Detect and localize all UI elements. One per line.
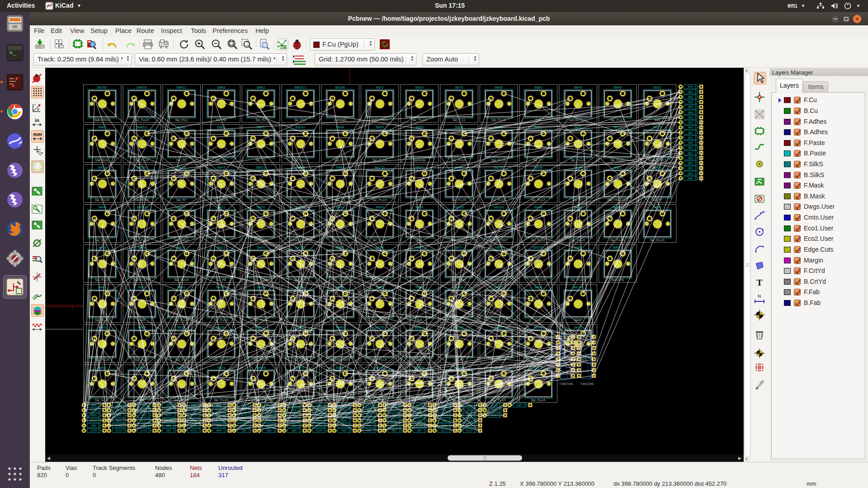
svg-text:D107: D107 [165,414,173,417]
svg-text:SWESC1: SWESC1 [294,86,307,90]
svg-text:DB1: DB1 [116,419,122,422]
svg-text:SW23: SW23 [138,286,146,290]
svg-text:DB9: DB9 [217,429,222,432]
svg-text:SW101: SW101 [295,246,306,250]
svg-text:SW_F1: SW_F1 [255,159,266,163]
svg-text:SW_Push: SW_Push [293,319,307,323]
svg-text:DB0: DB0 [688,111,693,114]
svg-text:SWN4: SWN4 [336,166,344,170]
svg-text:DB4: DB4 [688,121,693,124]
svg-text:DB8: DB8 [517,404,523,407]
svg-text:▶: ▶ [738,456,741,460]
svg-text:SW_Push: SW_Push [531,399,546,403]
svg-text:SW21: SW21 [217,366,226,370]
svg-text:SW110: SW110 [137,206,147,210]
svg-text:DB4: DB4 [166,404,172,407]
svg-text:D108: D108 [316,429,323,432]
svg-text:SWN8: SWN8 [217,86,226,90]
svg-text:SW38: SW38 [98,246,107,250]
svg-text:DB9: DB9 [91,414,97,417]
svg-text:SW107: SW107 [295,126,306,130]
svg-text:DB0: DB0 [688,157,693,160]
svg-text:SW64: SW64 [257,246,265,250]
svg-text:D110: D110 [115,429,123,432]
svg-text:SW37: SW37 [415,166,423,170]
svg-text:DB2: DB2 [688,131,693,135]
svg-text:D107: D107 [491,414,498,417]
svg-text:SW40: SW40 [613,86,622,90]
svg-text:SW108: SW108 [494,166,504,170]
svg-text:SW50: SW50 [455,286,463,290]
svg-text:SW_Push: SW_Push [491,198,506,202]
svg-text:DB2: DB2 [688,172,693,175]
svg-text:SWN12: SWN12 [176,86,187,90]
svg-text:SW22: SW22 [217,246,226,250]
svg-text:DB2: DB2 [392,429,397,432]
svg-text:SW_Push: SW_Push [135,358,149,362]
svg-text:D104: D104 [391,409,398,412]
svg-text:SW49: SW49 [574,86,582,90]
svg-text:DB3: DB3 [688,116,693,119]
svg-text:D107: D107 [90,419,98,422]
svg-text:DB8: DB8 [91,424,97,427]
svg-text:SWN13: SWN13 [137,126,147,130]
svg-text:>_: >_ [9,50,16,56]
svg-text:SW_Push: SW_Push [95,278,109,282]
svg-text:SW_F11: SW_F11 [453,118,465,122]
svg-text:SW77: SW77 [455,246,463,250]
svg-text:SW_Push: SW_Push [373,198,387,202]
svg-text:DB0: DB0 [166,409,172,412]
svg-text:SW79: SW79 [455,86,463,90]
svg-text:SW_M9: SW_M9 [176,159,187,163]
svg-text:SW101: SW101 [216,286,226,290]
svg-text:D111: D111 [441,429,448,432]
svg-text:DB7: DB7 [367,414,372,417]
svg-text:SW_Push: SW_Push [531,198,546,202]
svg-text:in: in [35,118,39,123]
svg-text:DB5: DB5 [316,419,322,422]
svg-text:D105: D105 [90,429,98,432]
svg-text:SWN13: SWN13 [255,166,266,170]
svg-text:SW36: SW36 [534,166,543,170]
svg-text:SW97: SW97 [376,86,384,90]
svg-text:SW105: SW105 [375,366,385,370]
svg-text:DB6: DB6 [442,409,447,412]
svg-text:T: T [756,278,763,288]
svg-text:SW89: SW89 [376,126,384,130]
svg-text:SW100: SW100 [414,366,425,370]
svg-text:SW_Push: SW_Push [135,118,149,122]
svg-text:74HC595: 74HC595 [559,383,573,386]
svg-text:DB3: DB3 [342,409,347,412]
svg-text:SW_ScrL: SW_ScrL [95,399,110,403]
svg-text:DB3: DB3 [688,162,693,165]
svg-text:SWCONTEXT: SWCONTEXT [569,118,588,122]
svg-text:SWOSRIGHT: SWOSRIGHT [330,358,349,362]
svg-text:D110: D110 [466,429,473,432]
svg-text:DB8: DB8 [292,409,297,412]
svg-text:DB1: DB1 [292,424,297,427]
svg-text:DB3: DB3 [688,126,693,129]
svg-text:DB6: DB6 [688,146,693,150]
svg-text:SW9: SW9 [139,319,145,323]
svg-text:SW_Push: SW_Push [174,278,189,282]
svg-text:SWEQUAL: SWEQUAL [95,159,110,163]
svg-text:SW_Push: SW_Push [214,399,228,403]
svg-text:SWN3: SWN3 [257,86,265,90]
svg-text:SW86: SW86 [415,206,424,210]
svg-text:SW103: SW103 [454,206,464,210]
svg-text:D104: D104 [416,424,423,427]
svg-text:θ: θ [37,108,39,112]
svg-text:SWN12: SWN12 [414,326,425,330]
svg-text:DB7: DB7 [688,152,693,155]
svg-text:SW59: SW59 [534,86,543,90]
svg-text:DB0: DB0 [688,141,693,145]
svg-text:DB5: DB5 [688,106,693,109]
svg-text:D103: D103 [141,429,148,432]
svg-text:SW39: SW39 [415,86,424,90]
svg-text:SWF1: SWF1 [257,126,265,130]
svg-text:SW69: SW69 [376,206,384,210]
svg-text:DB5: DB5 [688,177,693,180]
svg-text:N: N [758,294,761,299]
svg-text:SWLEFT: SWLEFT [334,159,346,163]
svg-text:DB3: DB3 [342,429,347,432]
